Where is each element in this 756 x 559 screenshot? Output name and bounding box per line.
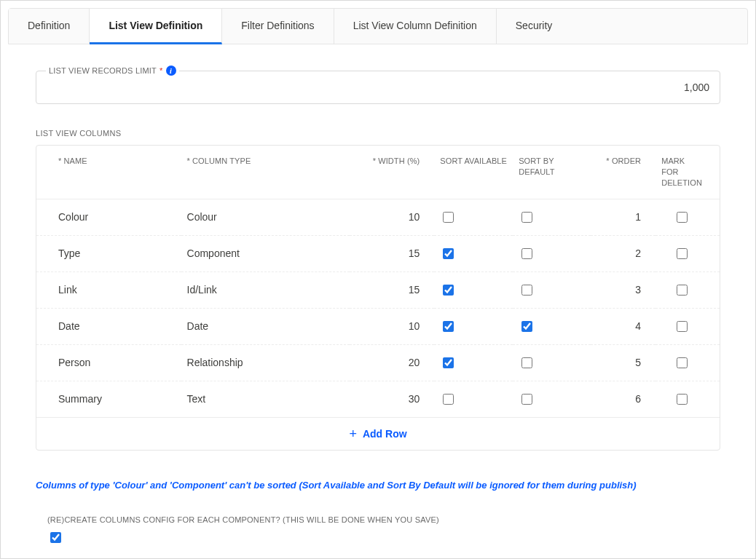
cell-order[interactable]: 1 bbox=[591, 199, 655, 235]
tab-bar: DefinitionList View DefinitionFilter Def… bbox=[8, 8, 748, 44]
plus-icon: + bbox=[349, 427, 357, 440]
cell-sort-available bbox=[434, 381, 513, 417]
mark-delete-checkbox[interactable] bbox=[677, 394, 688, 405]
info-icon[interactable]: i bbox=[166, 66, 176, 76]
table-row[interactable]: DateDate104 bbox=[36, 308, 720, 344]
cell-order[interactable]: 6 bbox=[591, 381, 655, 417]
cell-width[interactable]: 20 bbox=[350, 344, 435, 381]
mark-delete-checkbox[interactable] bbox=[677, 285, 688, 296]
cell-mark-delete bbox=[655, 235, 720, 271]
sort-default-checkbox[interactable] bbox=[521, 357, 532, 368]
table-header-row: * NAME * COLUMN TYPE * WIDTH (%) SORT AV… bbox=[36, 146, 720, 199]
sort-default-checkbox[interactable] bbox=[521, 248, 532, 259]
mark-delete-checkbox[interactable] bbox=[677, 248, 688, 259]
sort-default-checkbox[interactable] bbox=[521, 321, 532, 332]
mark-delete-checkbox[interactable] bbox=[677, 321, 688, 332]
cell-width[interactable]: 10 bbox=[350, 199, 435, 235]
app-frame: DefinitionList View DefinitionFilter Def… bbox=[0, 0, 756, 559]
cell-mark-delete bbox=[655, 344, 720, 381]
cell-name[interactable]: Link bbox=[36, 271, 181, 308]
sort-available-checkbox[interactable] bbox=[443, 212, 454, 223]
cell-width[interactable]: 15 bbox=[350, 271, 435, 308]
records-limit-field: LIST VIEW RECORDS LIMIT * i bbox=[36, 71, 720, 104]
cell-column-type[interactable]: Text bbox=[181, 381, 350, 417]
cell-order[interactable]: 2 bbox=[591, 235, 655, 271]
sort-available-checkbox[interactable] bbox=[443, 394, 454, 405]
cell-order[interactable]: 3 bbox=[591, 271, 655, 308]
cell-sort-default bbox=[513, 381, 591, 417]
cell-sort-available bbox=[434, 199, 513, 235]
sort-default-checkbox[interactable] bbox=[521, 394, 532, 405]
cell-column-type[interactable]: Id/Link bbox=[181, 271, 350, 308]
th-column-type: * COLUMN TYPE bbox=[181, 146, 350, 199]
cell-name[interactable]: Person bbox=[36, 344, 181, 381]
tab-definition[interactable]: Definition bbox=[9, 9, 90, 44]
sort-default-checkbox[interactable] bbox=[521, 285, 532, 296]
th-name: * NAME bbox=[36, 146, 181, 199]
sort-default-checkbox[interactable] bbox=[521, 212, 532, 223]
cell-column-type[interactable]: Date bbox=[181, 308, 350, 344]
cell-name[interactable]: Summary bbox=[36, 381, 181, 417]
table-row[interactable]: ColourColour101 bbox=[36, 199, 720, 235]
tab-list-view-column-definition[interactable]: List View Column Definition bbox=[334, 9, 497, 44]
cell-width[interactable]: 15 bbox=[350, 235, 435, 271]
th-mark-delete: MARK FOR DELETION bbox=[655, 146, 720, 199]
recreate-label: (RE)CREATE COLUMNS CONFIG FOR EACH COMPO… bbox=[47, 515, 720, 524]
cell-sort-default bbox=[513, 271, 591, 308]
th-sort-default: SORT BY DEFAULT bbox=[513, 146, 591, 199]
cell-mark-delete bbox=[655, 271, 720, 308]
columns-section-label: LIST VIEW COLUMNS bbox=[36, 129, 720, 138]
cell-sort-available bbox=[434, 344, 513, 381]
tab-filter-definitions[interactable]: Filter Definitions bbox=[222, 9, 334, 44]
cell-mark-delete bbox=[655, 381, 720, 417]
cell-mark-delete bbox=[655, 199, 720, 235]
cell-width[interactable]: 30 bbox=[350, 381, 435, 417]
cell-sort-available bbox=[434, 308, 513, 344]
mark-delete-checkbox[interactable] bbox=[677, 212, 688, 223]
sort-available-checkbox[interactable] bbox=[443, 321, 454, 332]
tab-security[interactable]: Security bbox=[497, 9, 572, 44]
cell-width[interactable]: 10 bbox=[350, 308, 435, 344]
content-area: LIST VIEW RECORDS LIMIT * i LIST VIEW CO… bbox=[1, 44, 755, 558]
add-row-bar: + Add Row bbox=[36, 417, 720, 450]
th-order: * ORDER bbox=[591, 146, 655, 199]
recreate-field: (RE)CREATE COLUMNS CONFIG FOR EACH COMPO… bbox=[36, 515, 720, 545]
cell-name[interactable]: Type bbox=[36, 235, 181, 271]
th-width: * WIDTH (%) bbox=[350, 146, 435, 199]
add-row-button[interactable]: + Add Row bbox=[344, 427, 411, 441]
cell-column-type[interactable]: Component bbox=[181, 235, 350, 271]
tab-list-view-definition[interactable]: List View Definition bbox=[90, 9, 222, 44]
mark-delete-checkbox[interactable] bbox=[677, 357, 688, 368]
table-row[interactable]: PersonRelationship205 bbox=[36, 344, 720, 381]
cell-name[interactable]: Date bbox=[36, 308, 181, 344]
table-row[interactable]: SummaryText306 bbox=[36, 381, 720, 417]
cell-sort-default bbox=[513, 344, 591, 381]
cell-sort-default bbox=[513, 199, 591, 235]
sort-available-checkbox[interactable] bbox=[443, 248, 454, 259]
cell-name[interactable]: Colour bbox=[36, 199, 181, 235]
records-limit-label-text: LIST VIEW RECORDS LIMIT bbox=[49, 66, 157, 75]
records-limit-label: LIST VIEW RECORDS LIMIT * i bbox=[46, 66, 179, 76]
sort-note: Columns of type 'Colour' and 'Component'… bbox=[36, 480, 720, 491]
sort-available-checkbox[interactable] bbox=[443, 357, 454, 368]
cell-sort-available bbox=[434, 271, 513, 308]
columns-table: * NAME * COLUMN TYPE * WIDTH (%) SORT AV… bbox=[36, 145, 720, 451]
table-row[interactable]: TypeComponent152 bbox=[36, 235, 720, 271]
sort-available-checkbox[interactable] bbox=[443, 285, 454, 296]
cell-column-type[interactable]: Relationship bbox=[181, 344, 350, 381]
cell-order[interactable]: 5 bbox=[591, 344, 655, 381]
cell-column-type[interactable]: Colour bbox=[181, 199, 350, 235]
table-row[interactable]: LinkId/Link153 bbox=[36, 271, 720, 308]
cell-mark-delete bbox=[655, 308, 720, 344]
required-asterisk: * bbox=[160, 66, 162, 75]
cell-sort-default bbox=[513, 235, 591, 271]
recreate-checkbox[interactable] bbox=[50, 532, 61, 543]
th-sort-available: SORT AVAILABLE bbox=[434, 146, 513, 199]
add-row-label: Add Row bbox=[363, 428, 407, 440]
cell-order[interactable]: 4 bbox=[591, 308, 655, 344]
cell-sort-default bbox=[513, 308, 591, 344]
cell-sort-available bbox=[434, 235, 513, 271]
